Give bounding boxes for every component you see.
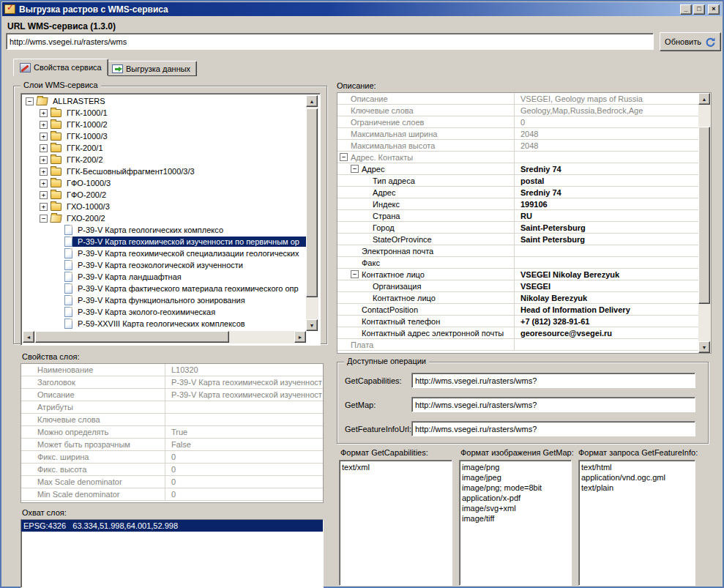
expand-plus-icon[interactable]: +: [40, 179, 48, 187]
layer-property-row[interactable]: Может быть прозрачнымFalse: [21, 439, 323, 451]
format-item[interactable]: image/svg+xml: [460, 503, 571, 513]
scroll-up-icon[interactable]: ▲: [306, 95, 318, 107]
tree-item[interactable]: +ГГК-1000/2: [23, 119, 306, 130]
expand-plus-icon[interactable]: +: [40, 133, 48, 141]
tree-item[interactable]: P-39-V Карта ландшафтная: [23, 271, 306, 283]
property-row[interactable]: Тип адресаpostal: [337, 175, 698, 187]
tree-item[interactable]: +ГГК-1000/3: [23, 130, 306, 142]
expand-plus-icon[interactable]: +: [40, 121, 48, 129]
format-getmap-list[interactable]: image/pngimage/jpegimage/png; mode=8bita…: [459, 460, 572, 586]
tree-item[interactable]: +ГГК-200/2: [23, 154, 306, 165]
description-scroll-thumb[interactable]: [698, 127, 710, 304]
format-item[interactable]: image/png; mode=8bit: [460, 483, 571, 493]
layer-property-row[interactable]: Min Scale denominator0: [21, 488, 323, 501]
tree-item[interactable]: +ГГК-1000/1: [23, 107, 306, 119]
tree-item[interactable]: P-59-XXVIII Карта геологических комплекс…: [23, 318, 306, 330]
format-item[interactable]: application/x-pdf: [460, 493, 571, 503]
tab-service-properties[interactable]: Свойства сервиса: [13, 59, 108, 76]
scroll-up-icon[interactable]: ▲: [698, 93, 710, 105]
layer-property-row[interactable]: Max Scale denominator0: [21, 476, 323, 488]
scroll-right-icon[interactable]: ►: [294, 331, 306, 343]
layer-property-row[interactable]: Можно определятьTrue: [21, 426, 323, 439]
format-item[interactable]: application/vnd.ogc.gml: [579, 472, 695, 483]
expand-plus-icon[interactable]: +: [40, 203, 48, 211]
layer-property-row[interactable]: ОписаниеP-39-V Карта геохимической изуче…: [21, 389, 323, 401]
expand-plus-icon[interactable]: +: [40, 144, 48, 152]
description-scrollbar[interactable]: ▲ ▼: [698, 93, 711, 353]
expand-plus-icon[interactable]: +: [40, 168, 48, 176]
wms-layers-tree[interactable]: −ALLRASTERS+ГГК-1000/1+ГГК-1000/2+ГГК-10…: [20, 93, 321, 346]
format-item[interactable]: text/xml: [340, 462, 452, 472]
tree-vertical-scrollbar[interactable]: ▲ ▼: [306, 95, 318, 331]
property-row[interactable]: −Контактное лицоVSEGEI Nikolay Berezyuk: [337, 269, 698, 280]
tree-item[interactable]: −ALLRASTERS: [23, 95, 306, 107]
layer-property-row[interactable]: ЗаголовокP-39-V Карта геохимической изуч…: [21, 376, 323, 389]
property-row[interactable]: ГородSaint-Petersburg: [337, 222, 698, 234]
close-button-icon[interactable]: ×: [708, 4, 720, 15]
expand-plus-icon[interactable]: +: [40, 191, 48, 199]
format-item[interactable]: text/html: [579, 462, 695, 472]
property-row[interactable]: Электронная почта: [337, 245, 698, 257]
property-row[interactable]: Контактный адрес электронной почтыgeores…: [337, 327, 698, 339]
tree-item[interactable]: +ГФО-200/2: [23, 189, 306, 201]
layer-property-row[interactable]: Ключевые слова: [21, 414, 323, 426]
expand-plus-icon[interactable]: +: [40, 156, 48, 164]
property-row[interactable]: ContactPositionHead of Information Deliv…: [337, 304, 698, 316]
format-item[interactable]: image/jpeg: [460, 472, 571, 483]
property-row[interactable]: Ограничение слоев0: [337, 116, 698, 128]
expand-minus-icon[interactable]: −: [40, 215, 48, 223]
layer-property-row[interactable]: НаименованиеL10320: [21, 364, 323, 376]
format-item[interactable]: image/tiff: [460, 513, 571, 524]
property-row[interactable]: Контактный телефон+7 (812) 328-91-61: [337, 316, 698, 327]
getcapabilities-url-input[interactable]: [411, 373, 695, 388]
property-row[interactable]: ОрганизацияVSEGEI: [337, 280, 698, 292]
tree-item[interactable]: −ГХО-200/2: [23, 212, 306, 224]
titlebar[interactable]: Выгрузка растров с WMS-сервиса _ □ ×: [2, 2, 722, 16]
scroll-down-icon[interactable]: ▼: [306, 319, 318, 331]
scroll-left-icon[interactable]: ◄: [23, 331, 34, 343]
getmap-url-input[interactable]: [411, 397, 695, 412]
tree-item[interactable]: +ГФО-1000/3: [23, 177, 306, 189]
layer-property-row[interactable]: Фикс. высота0: [21, 464, 323, 476]
maximize-button-icon[interactable]: □: [693, 4, 705, 15]
extent-list[interactable]: EPSG:4326 63.334,51.998,64.001,52.998: [20, 519, 324, 588]
property-row[interactable]: −Адрес. Контакты: [337, 152, 698, 163]
tree-item[interactable]: P-39-V Карта геохимической специализации…: [23, 248, 306, 259]
tree-item[interactable]: P-39-V Карта эколого-геохимическая: [23, 306, 306, 318]
property-row[interactable]: Индекс199106: [337, 198, 698, 210]
format-getcapabilities-list[interactable]: text/xml: [339, 460, 452, 586]
property-row[interactable]: StateOrProvinceSaint Petersburg: [337, 234, 698, 245]
property-row[interactable]: Ключевые словаGeology,Map,Russia,Bedrock…: [337, 105, 698, 116]
property-row[interactable]: Максимальная высота2048: [337, 140, 698, 152]
scroll-down-icon[interactable]: ▼: [698, 341, 710, 353]
tree-item[interactable]: P-39-V Карта фактического материала геох…: [23, 283, 306, 294]
tree-vscroll-thumb[interactable]: [306, 108, 318, 297]
layer-property-row[interactable]: Фикс. ширина0: [21, 451, 323, 464]
tree-item[interactable]: +ГГК-200/1: [23, 142, 306, 154]
expand-minus-icon[interactable]: −: [26, 97, 34, 105]
format-item[interactable]: image/png: [460, 462, 571, 472]
wms-url-input[interactable]: [6, 33, 654, 50]
tree-hscroll-thumb[interactable]: [35, 331, 229, 343]
refresh-button[interactable]: Обновить: [660, 32, 721, 51]
property-row[interactable]: АдресSredniy 74: [337, 187, 698, 198]
property-row[interactable]: Контактное лицоNikolay Berezyuk: [337, 292, 698, 304]
tree-item[interactable]: P-39-V Карта геоэкологической изученност…: [23, 259, 306, 271]
tree-item[interactable]: +ГХО-1000/3: [23, 201, 306, 212]
expand-plus-icon[interactable]: +: [40, 109, 48, 117]
minimize-button-icon[interactable]: _: [680, 4, 692, 15]
extent-item[interactable]: EPSG:4326 63.334,51.998,64.001,52.998: [21, 520, 323, 532]
format-item[interactable]: text/plain: [579, 483, 695, 493]
layer-property-row[interactable]: Атрибуты: [21, 401, 323, 414]
property-row[interactable]: ОписаниеVSEGEI, Geology maps of Russia: [337, 93, 698, 105]
tree-item[interactable]: P-39-V Карта функционального зонирования: [23, 294, 306, 306]
tree-horizontal-scrollbar[interactable]: ◄ ►: [23, 331, 306, 343]
tree-item[interactable]: P-39-V Карта геохимической изученности п…: [23, 236, 306, 248]
property-row[interactable]: −АдресSredniy 74: [337, 163, 698, 175]
property-row[interactable]: СтранаRU: [337, 210, 698, 222]
tab-data-download[interactable]: Выгрузка данных: [105, 61, 197, 76]
expand-minus-icon[interactable]: −: [351, 165, 359, 173]
expand-minus-icon[interactable]: −: [351, 270, 359, 278]
property-row[interactable]: Плата: [337, 339, 698, 351]
tree-item[interactable]: P-39-V Карта геологических комплексо: [23, 224, 306, 236]
